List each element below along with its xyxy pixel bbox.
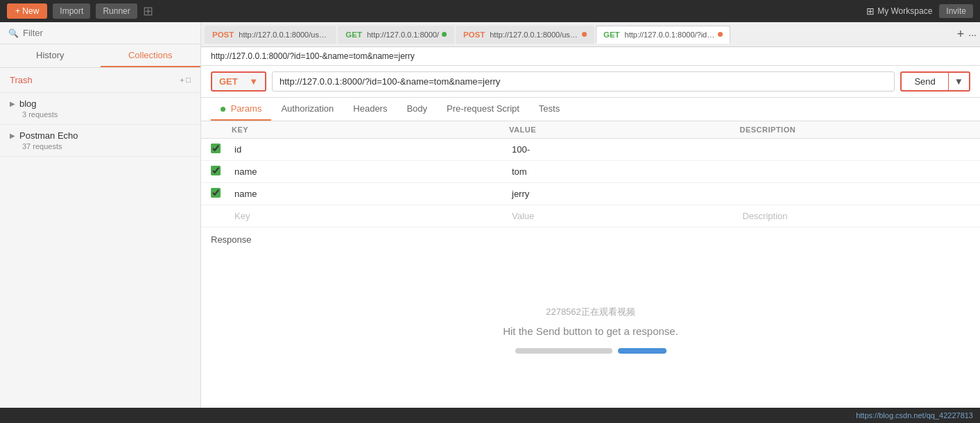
params-checkbox-1[interactable] — [211, 166, 221, 175]
top-bar: + New Import Runner ⊞ ⊞ My Workspace Inv… — [0, 0, 980, 22]
sub-tabs-bar: Params Authorization Headers Body Pre-re… — [201, 98, 980, 121]
top-bar-right: ⊞ My Workspace Invite — [866, 4, 973, 18]
tab-get-root[interactable]: GET http://127.0.0.1:8000/ — [338, 26, 454, 44]
bottom-bar-link[interactable]: https://blog.csdn.net/qq_42227813 — [856, 411, 973, 420]
main-layout: 🔍 History Collections Trash ＋□ ▶ blog 3 … — [0, 22, 980, 408]
request-line: GET ▼ Send ▼ — [201, 66, 980, 98]
col-value-header: VALUE — [509, 126, 740, 134]
trash-label: Trash — [10, 75, 33, 85]
sidebar-filter-bar: 🔍 — [0, 22, 200, 44]
params-checkbox-0[interactable] — [211, 144, 221, 153]
params-row-1-key[interactable]: name — [232, 165, 509, 178]
collection-blog-name: blog — [19, 98, 37, 109]
bottom-bar: https://blog.csdn.net/qq_42227813 — [0, 408, 980, 423]
params-row-1-value[interactable]: tom — [509, 165, 740, 178]
params-row-ph-desc[interactable]: Description — [740, 209, 971, 223]
collection-arrow-icon: ▶ — [10, 100, 15, 107]
tabs-actions: + ··· — [957, 27, 977, 42]
tab-get-params[interactable]: GET http://127.0.0.1:8000/?id=100-&r — [596, 26, 730, 44]
add-collection-icon[interactable]: ＋□ — [178, 75, 191, 85]
response-label: Response — [201, 227, 980, 252]
params-row-0: id 100- — [201, 139, 980, 161]
params-row-0-key[interactable]: id — [232, 143, 509, 156]
tab-history[interactable]: History — [0, 44, 101, 67]
tab-dot-orange-params — [718, 32, 723, 37]
collection-arrow-icon-2: ▶ — [10, 132, 15, 139]
sub-tab-body[interactable]: Body — [397, 98, 437, 121]
tab-dot-green — [442, 32, 447, 37]
filter-icon: 🔍 — [8, 28, 19, 38]
tab-method-get-params: GET — [603, 31, 620, 39]
tab-dot-orange-login — [582, 32, 587, 37]
tab-url-get-params: http://127.0.0.1:8000/?id=100-&r — [625, 31, 715, 39]
tab-url-get-root: http://127.0.0.1:8000/ — [367, 31, 439, 39]
sub-tab-authorization[interactable]: Authorization — [271, 98, 343, 121]
send-button[interactable]: Send — [902, 73, 948, 90]
hit-send-area: 2278562正在观看视频 Hit the Send button to get… — [201, 252, 980, 408]
progress-bar-blue — [618, 348, 667, 354]
collection-blog-header: ▶ blog — [10, 98, 191, 109]
sub-tab-pre-request[interactable]: Pre-request Script — [437, 98, 529, 121]
tab-url-post-login: http://127.0.0.1:8000/user/logir — [490, 31, 579, 39]
new-button[interactable]: + New — [7, 3, 47, 19]
params-row-2: name jerry — [201, 183, 980, 205]
params-row-1-desc[interactable] — [740, 171, 971, 173]
sidebar-tabs: History Collections — [0, 44, 200, 68]
params-row-1: name tom — [201, 161, 980, 183]
col-check — [211, 126, 232, 134]
params-checkbox-2[interactable] — [211, 188, 221, 198]
top-bar-menu-icon[interactable]: ⊞ — [143, 3, 153, 19]
params-row-ph-key[interactable]: Key — [232, 209, 509, 223]
sub-tab-headers[interactable]: Headers — [343, 98, 397, 121]
runner-button[interactable]: Runner — [96, 3, 137, 19]
import-button[interactable]: Import — [53, 3, 90, 19]
tab-method-post-login: POST — [463, 31, 485, 39]
tab-method-post-reg: POST — [212, 31, 234, 39]
tab-method-get-root: GET — [345, 31, 362, 39]
params-row-2-value[interactable]: jerry — [509, 187, 740, 200]
method-select-value: GET — [219, 76, 238, 87]
collection-postman-echo-name: Postman Echo — [19, 130, 78, 141]
col-key-header: KEY — [232, 126, 509, 134]
params-row-1-check — [211, 166, 232, 178]
progress-bar-placeholder — [515, 348, 612, 354]
sub-tab-tests[interactable]: Tests — [529, 98, 569, 121]
watermark: 2278562正在观看视频 — [546, 306, 635, 318]
add-tab-icon[interactable]: + — [957, 27, 965, 42]
filter-input[interactable] — [23, 28, 192, 38]
method-select-arrow: ▼ — [249, 76, 258, 87]
params-row-0-check — [211, 144, 232, 155]
params-row-placeholder: Key Value Description — [201, 205, 980, 227]
collection-postman-echo[interactable]: ▶ Postman Echo 37 requests — [0, 125, 200, 157]
collection-postman-echo-header: ▶ Postman Echo — [10, 130, 191, 141]
params-row-2-key[interactable]: name — [232, 187, 509, 200]
tab-url-post-reg: http://127.0.0.1:8000/user/reg — [239, 31, 329, 39]
tab-post-reg[interactable]: POST http://127.0.0.1:8000/user/reg — [205, 26, 336, 44]
method-select[interactable]: GET ▼ — [211, 71, 266, 92]
send-dropdown-button[interactable]: ▼ — [949, 73, 969, 90]
collection-postman-echo-sub: 37 requests — [22, 142, 191, 150]
trash-row[interactable]: Trash ＋□ — [0, 68, 200, 93]
tab-collections[interactable]: Collections — [101, 44, 201, 67]
collection-blog-sub: 3 requests — [22, 110, 191, 119]
hit-send-buttons — [515, 348, 667, 354]
workspace-label: ⊞ My Workspace — [866, 6, 932, 17]
url-breadcrumb: http://127.0.0.1:8000/?id=100-&name=tom&… — [201, 47, 980, 66]
params-row-ph-value[interactable]: Value — [509, 209, 740, 223]
tabs-more-icon[interactable]: ··· — [968, 29, 977, 40]
sub-tab-params[interactable]: Params — [211, 98, 271, 121]
invite-button[interactable]: Invite — [939, 4, 973, 18]
tab-post-login[interactable]: POST http://127.0.0.1:8000/user/logir — [456, 26, 594, 44]
params-row-0-value[interactable]: 100- — [509, 143, 740, 156]
params-table: KEY VALUE DESCRIPTION id 100- name tom — [201, 121, 980, 227]
params-dot — [221, 107, 225, 112]
hit-send-text: Hit the Send button to get a response. — [503, 325, 678, 337]
col-desc-header: DESCRIPTION — [740, 126, 971, 134]
request-area: POST http://127.0.0.1:8000/user/reg GET … — [201, 22, 980, 408]
params-row-0-desc[interactable] — [740, 148, 971, 151]
url-input[interactable] — [272, 71, 895, 92]
collection-blog[interactable]: ▶ blog 3 requests — [0, 93, 200, 125]
params-row-2-desc[interactable] — [740, 193, 971, 196]
sidebar: 🔍 History Collections Trash ＋□ ▶ blog 3 … — [0, 22, 201, 408]
request-tabs-bar: POST http://127.0.0.1:8000/user/reg GET … — [201, 22, 980, 47]
